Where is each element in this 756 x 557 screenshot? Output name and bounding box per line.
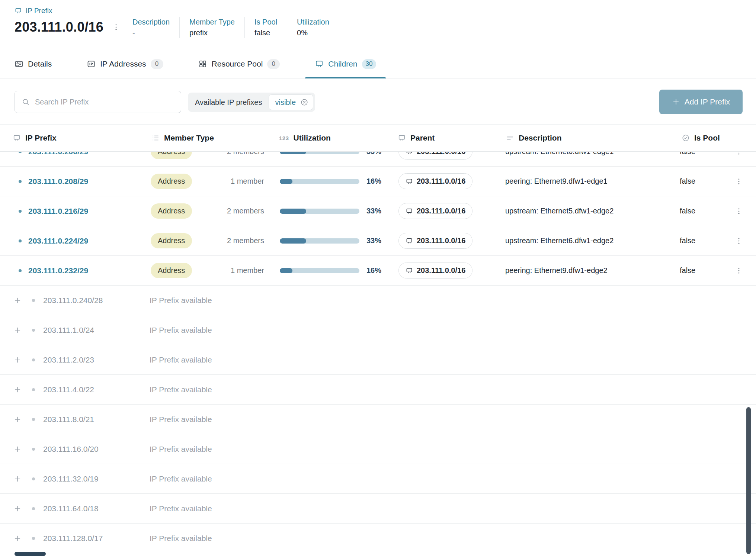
bullet-icon [19, 269, 22, 272]
add-available-prefix-button[interactable] [12, 295, 23, 306]
prefix-link[interactable]: 203.111.0.216/29 [28, 207, 88, 216]
prefix-icon [406, 207, 413, 215]
add-available-prefix-button[interactable] [12, 325, 23, 336]
available-label: IP Prefix available [143, 375, 756, 404]
parent-label: 203.111.0.0/16 [417, 236, 465, 245]
member-type-badge: Address [151, 203, 192, 219]
prefix-link[interactable]: 203.111.0.208/29 [28, 177, 88, 186]
breadcrumb[interactable]: IP Prefix [15, 7, 52, 15]
member-count: 1 member [231, 266, 264, 275]
tab-ip-addresses[interactable]: IP Addresses 0 [77, 50, 173, 78]
is-pool-cell: false [673, 207, 722, 215]
add-ip-prefix-button[interactable]: Add IP Prefix [659, 90, 743, 114]
available-label: IP Prefix available [143, 494, 756, 523]
kebab-icon [735, 267, 743, 275]
meta-item: Member Type prefix [179, 17, 244, 38]
add-available-prefix-button[interactable] [12, 473, 23, 484]
column-header-parent: Parent [390, 125, 498, 151]
plus-icon [13, 534, 22, 542]
available-label: IP Prefix available [143, 286, 756, 315]
prefix-link[interactable]: 203.111.0.232/29 [28, 266, 88, 275]
row-actions-button[interactable] [732, 234, 746, 248]
add-ip-prefix-label: Add IP Prefix [685, 97, 730, 106]
row-actions-button[interactable] [732, 264, 746, 278]
parent-label: 203.111.0.0/16 [417, 266, 465, 275]
kebab-icon [112, 23, 120, 31]
meta-label: Member Type [189, 18, 235, 26]
search-input[interactable] [35, 98, 174, 106]
table-row-available: 203.111.32.0/19 IP Prefix available [0, 464, 756, 494]
utilization-bar [280, 238, 359, 244]
add-available-prefix-button[interactable] [12, 354, 23, 366]
utilization-value: 33% [366, 236, 381, 245]
utilization-bar [280, 179, 359, 184]
plus-icon [13, 386, 22, 394]
meta-value: prefix [189, 29, 235, 37]
prefix-icon [13, 134, 21, 142]
search-icon [22, 98, 30, 106]
parent-link[interactable]: 203.111.0.0/16 [398, 233, 472, 249]
add-available-prefix-button[interactable] [12, 503, 23, 514]
available-label: IP Prefix available [143, 524, 756, 553]
tab-resource-pool[interactable]: Resource Pool 0 [189, 50, 290, 78]
available-label: IP Prefix available [143, 434, 756, 464]
add-available-prefix-button[interactable] [12, 384, 23, 395]
numeric-icon: 123 [279, 135, 289, 141]
meta-label: Description [132, 18, 170, 26]
table-row-available: 203.111.8.0/21 IP Prefix available [0, 405, 756, 434]
available-prefix-label: 203.111.2.0/23 [43, 355, 94, 364]
page-title: 203.111.0.0/16 [15, 19, 103, 35]
utilization-bar [280, 268, 359, 273]
description-cell: upstream: Ethernet5.dfw1-edge2 [498, 207, 673, 215]
add-available-prefix-button[interactable] [12, 414, 23, 425]
tab-label: IP Addresses [100, 59, 146, 68]
tab-children[interactable]: Children 30 [305, 50, 386, 78]
column-header-utilization: 123Utilization [271, 125, 390, 151]
remove-filter-button[interactable] [300, 98, 308, 106]
table-header: IP Prefix Member Type 123Utilization Par… [0, 124, 756, 152]
table-row-available: 203.111.2.0/23 IP Prefix available [0, 345, 756, 375]
vertical-scrollbar-thumb[interactable] [746, 407, 751, 554]
title-menu-button[interactable] [109, 20, 123, 34]
utilization-bar [280, 209, 359, 214]
parent-link[interactable]: 203.111.0.0/16 [398, 203, 472, 219]
tab-details[interactable]: Details [5, 50, 61, 78]
filter-chip: visible [269, 94, 313, 110]
meta-item: Description - [132, 17, 179, 38]
add-available-prefix-button[interactable] [12, 533, 23, 544]
tabs: Details IP Addresses 0 Resource Pool 0 C… [0, 50, 756, 78]
member-type-badge: Address [151, 263, 192, 278]
prefix-link[interactable]: 203.111.0.224/29 [28, 236, 88, 245]
bullet-icon [32, 329, 35, 332]
parent-link[interactable]: 203.111.0.0/16 [398, 263, 472, 278]
meta-value: false [254, 29, 277, 37]
member-count: 1 member [231, 177, 264, 186]
column-header-actions [722, 125, 756, 151]
available-prefix-label: 203.111.128.0/17 [43, 534, 103, 543]
meta-value: - [132, 29, 170, 37]
available-prefix-label: 203.111.16.0/20 [43, 445, 99, 454]
table-row-available: 203.111.1.0/24 IP Prefix available [0, 315, 756, 345]
horizontal-scrollbar-thumb[interactable] [15, 552, 46, 556]
utilization-value: 16% [366, 177, 381, 186]
column-header-ip-prefix: IP Prefix [0, 125, 143, 151]
plus-icon [672, 98, 680, 106]
bullet-icon [32, 299, 35, 302]
utilization-value: 33% [366, 207, 381, 215]
utilization-bar-fill [280, 238, 306, 244]
parent-label: 203.111.0.0/16 [417, 177, 465, 186]
bullet-icon [32, 418, 35, 421]
table-row-available: 203.111.16.0/20 IP Prefix available [0, 434, 756, 464]
filter-chip-value: visible [275, 98, 296, 107]
parent-link[interactable]: 203.111.0.0/16 [398, 173, 472, 189]
table-row-available: 203.111.128.0/17 IP Prefix available [0, 524, 756, 553]
kebab-icon [735, 237, 743, 245]
bullet-icon [32, 448, 35, 451]
row-actions-button[interactable] [732, 174, 746, 189]
row-actions-button[interactable] [732, 204, 746, 218]
member-count: 2 members [227, 236, 264, 245]
plus-icon [13, 356, 22, 364]
add-available-prefix-button[interactable] [12, 444, 23, 455]
column-divider [722, 124, 722, 557]
plus-icon [13, 505, 22, 513]
